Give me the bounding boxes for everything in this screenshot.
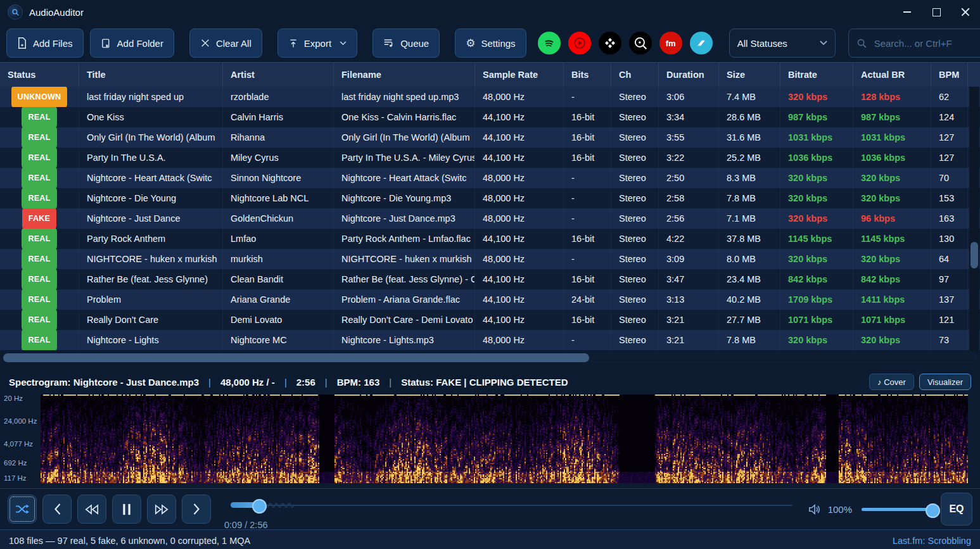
visualizer-button[interactable]: Visualizer	[919, 374, 971, 390]
cell-status: REAL	[0, 107, 79, 127]
column-header[interactable]: Title	[79, 63, 223, 87]
cell-bits: -	[564, 168, 611, 188]
cell-duration: 4:22	[659, 229, 719, 249]
next-button[interactable]	[182, 495, 211, 524]
clear-all-button[interactable]: Clear All	[189, 28, 262, 58]
table-row[interactable]: REAL Nightcore - Heart Attack (Switc Sin…	[0, 168, 980, 188]
column-header[interactable]: Filename	[334, 63, 475, 87]
horizontal-scrollbar-track[interactable]	[2, 353, 978, 363]
vinyl-search-icon[interactable]	[629, 32, 652, 54]
pause-button[interactable]	[112, 495, 141, 524]
previous-button[interactable]	[42, 495, 72, 524]
cell-actual-br: 1036 kbps	[853, 148, 931, 168]
column-header[interactable]: Actual BR	[853, 63, 931, 87]
table-row[interactable]: REAL Problem Ariana Grande Problem - Ari…	[0, 289, 980, 310]
cell-duration: 3:22	[659, 148, 719, 168]
settings-button[interactable]: ⚙ Settings	[455, 28, 526, 58]
volume-slider[interactable]	[862, 508, 932, 511]
table-row[interactable]: REAL Party Rock Anthem Lmfao Party Rock …	[0, 229, 980, 249]
column-header[interactable]: BPM	[931, 63, 968, 87]
queue-label: Queue	[400, 38, 429, 49]
table-row[interactable]: REAL Rather Be (feat. Jess Glynne) Clean…	[0, 269, 980, 289]
column-header[interactable]: Bitrate	[780, 63, 853, 87]
cell-filename: Nightcore - Heart Attack (Switc	[334, 168, 475, 188]
cell-bitrate: 320 kbps	[780, 208, 853, 229]
table-row[interactable]: REAL Really Don't Care Demi Lovato Reall…	[0, 310, 980, 330]
lastfm-icon[interactable]: fm	[659, 32, 682, 54]
speaker-icon[interactable]	[808, 503, 822, 515]
table-row[interactable]: UNKNOWN last friday night sped up rzorbl…	[0, 87, 980, 107]
cell-actual-br: 1031 kbps	[853, 127, 931, 148]
cell-bitrate: 1031 kbps	[780, 127, 853, 148]
vertical-scrollbar[interactable]	[969, 87, 979, 350]
tidal-icon[interactable]	[599, 32, 621, 54]
cell-bitrate: 842 kbps	[780, 269, 853, 289]
cover-button[interactable]: ♪ Cover	[869, 374, 914, 390]
cell-duration: 2:58	[659, 188, 719, 208]
equalizer-button[interactable]: EQ	[941, 493, 972, 526]
table-row[interactable]: REAL Only Girl (In The World) (Album Rih…	[0, 127, 980, 148]
table-row[interactable]: REAL Party In The U.S.A. Miley Cyrus Par…	[0, 148, 980, 168]
export-button[interactable]: Export	[277, 28, 357, 58]
column-header[interactable]: Status	[0, 63, 79, 87]
fast-forward-button[interactable]	[147, 495, 176, 524]
cell-sample-rate: 48,000 Hz	[475, 188, 564, 208]
table-row[interactable]: REAL NIGHTCORE - huken x murkish murkish…	[0, 249, 980, 269]
shuffle-button[interactable]	[8, 495, 37, 524]
cell-bits: -	[564, 87, 611, 107]
horizontal-scrollbar[interactable]	[0, 350, 980, 370]
cell-sample-rate: 48,000 Hz	[475, 168, 564, 188]
cell-duration: 3:55	[659, 127, 719, 148]
rewind-button[interactable]	[77, 495, 106, 524]
vertical-scrollbar-thumb[interactable]	[970, 242, 978, 268]
queue-icon	[383, 38, 395, 48]
add-folder-button[interactable]: Add Folder	[90, 28, 174, 58]
bandcamp-icon[interactable]	[690, 32, 713, 54]
cell-sample-rate: 44,100 Hz	[475, 107, 564, 127]
cell-actual-br: 128 kbps	[853, 87, 931, 107]
column-header[interactable]: Bits	[564, 63, 611, 87]
cell-bpm: 163	[931, 208, 968, 229]
table-row[interactable]: FAKE Nightcore - Just Dance GoldenChicku…	[0, 208, 980, 229]
add-file-icon	[17, 37, 27, 49]
column-header[interactable]: Sample Rate	[475, 63, 564, 87]
volume-thumb[interactable]	[926, 503, 940, 518]
table-header: StatusTitleArtistFilenameSample RateBits…	[0, 62, 980, 87]
table-row[interactable]: REAL One Kiss Calvin Harris One Kiss - C…	[0, 107, 980, 127]
column-header[interactable]: Artist	[223, 63, 334, 87]
cell-title: Nightcore - Just Dance	[79, 208, 223, 229]
status-filter-select[interactable]: All Statuses	[729, 28, 836, 58]
seek-track[interactable]	[231, 505, 792, 506]
close-button[interactable]	[951, 0, 980, 24]
cell-bpm: 127	[931, 127, 968, 148]
scrobble-status[interactable]: Last.fm: Scrobbling	[893, 536, 971, 546]
cell-bitrate: 320 kbps	[780, 330, 853, 350]
gear-icon: ⚙	[466, 38, 475, 49]
table-row[interactable]: REAL Nightcore - Die Young Nightcore Lab…	[0, 188, 980, 208]
table-row[interactable]: REAL Nightcore - Lights Nightcore MC Nig…	[0, 330, 980, 350]
cell-bitrate: 1145 kbps	[780, 229, 853, 249]
column-header[interactable]: Duration	[659, 63, 719, 87]
horizontal-scrollbar-thumb[interactable]	[3, 353, 589, 362]
cell-sample-rate: 44,100 Hz	[475, 148, 564, 168]
cell-artist: rzorblade	[223, 87, 334, 107]
cell-sample-rate: 48,000 Hz	[475, 330, 564, 350]
maximize-button[interactable]	[922, 0, 951, 24]
youtube-music-icon[interactable]	[568, 32, 591, 54]
column-header[interactable]: Size	[719, 63, 780, 87]
cell-bits: 24-bit	[564, 289, 611, 310]
cell-filename: Rather Be (feat. Jess Glynne) - C	[334, 269, 475, 289]
cell-status: REAL	[0, 269, 79, 289]
cell-filename: Party In The U.S.A. - Miley Cyrus	[334, 148, 475, 168]
queue-button[interactable]: Queue	[372, 28, 440, 58]
cell-filename: Nightcore - Lights.mp3	[334, 330, 475, 350]
cell-channels: Stereo	[611, 208, 659, 229]
seek-bar[interactable]: 0:09 / 2:56	[231, 493, 792, 526]
minimize-button[interactable]	[893, 0, 922, 24]
column-header[interactable]: Ch	[611, 63, 659, 87]
add-files-button[interactable]: Add Files	[6, 28, 84, 58]
search-input[interactable]	[873, 37, 980, 49]
spotify-icon[interactable]	[538, 32, 561, 54]
volume-controls: 100%	[808, 503, 932, 515]
cell-status: REAL	[0, 168, 79, 188]
